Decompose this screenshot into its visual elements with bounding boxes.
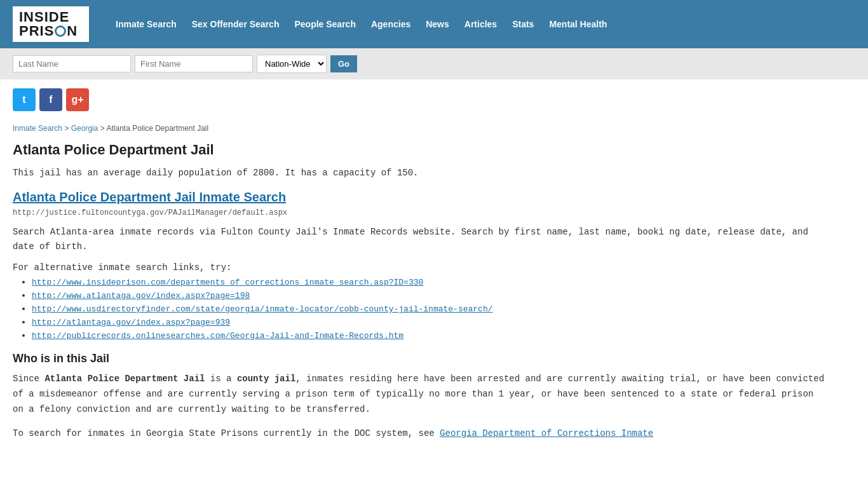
first-name-input[interactable] <box>135 55 253 72</box>
alt-link-1[interactable]: http://www.insideprison.com/departments_… <box>32 278 423 287</box>
location-select[interactable]: Nation-Wide <box>257 55 327 73</box>
list-item: http://www.atlantaga.gov/index.aspx?page… <box>32 290 826 301</box>
alt-link-3[interactable]: http://www.usdirectoryfinder.com/state/g… <box>32 304 493 314</box>
main-nav: Inmate Search Sex Offender Search People… <box>108 15 614 33</box>
logo-o-icon <box>55 25 66 37</box>
nav-sex-offender-search[interactable]: Sex Offender Search <box>184 15 287 33</box>
who-jail-type: county jail <box>237 374 295 384</box>
nav-people-search[interactable]: People Search <box>287 15 363 33</box>
main-content: Inmate Search > Georgia > Atlanta Police… <box>0 118 839 459</box>
who-desc-mid: is a <box>205 374 236 384</box>
alt-links-list: http://www.insideprison.com/departments_… <box>13 276 826 341</box>
logo-line2: PRISN <box>19 24 83 38</box>
last-name-input[interactable] <box>13 55 131 72</box>
breadcrumb: Inmate Search > Georgia > Atlanta Police… <box>13 124 826 133</box>
nav-news[interactable]: News <box>418 15 457 33</box>
alt-link-4[interactable]: http://atlantaga.gov/index.aspx?page=939 <box>32 318 230 327</box>
logo-line1: INSIDE <box>19 10 83 24</box>
breadcrumb-sep1: > <box>62 124 71 133</box>
who-jail-name: Atlanta Police Department Jail <box>44 374 205 384</box>
jail-description: This jail has an average daily populatio… <box>13 166 826 180</box>
logo[interactable]: INSIDE PRISN <box>13 6 89 42</box>
list-item: http://www.insideprison.com/departments_… <box>32 276 826 287</box>
alt-link-5[interactable]: http://publicrecords.onlinesearches.com/… <box>32 331 403 341</box>
breadcrumb-inmate-search[interactable]: Inmate Search <box>13 124 62 133</box>
alt-link-2[interactable]: http://www.atlantaga.gov/index.aspx?page… <box>32 291 250 301</box>
list-item: http://www.usdirectoryfinder.com/state/g… <box>32 303 826 314</box>
list-item: http://atlantaga.gov/index.aspx?page=939 <box>32 316 826 327</box>
who-desc-prefix: Since <box>13 374 44 384</box>
nav-inmate-search[interactable]: Inmate Search <box>108 15 184 33</box>
nav-articles[interactable]: Articles <box>457 15 505 33</box>
inmate-search-url: http://justice.fultoncountyga.gov/PAJail… <box>13 208 826 217</box>
social-icons: t f g+ <box>0 79 868 118</box>
inmate-search-link[interactable]: Atlanta Police Department Jail Inmate Se… <box>13 190 286 204</box>
alt-links-intro: For alternative inmate search links, try… <box>13 262 826 273</box>
inmate-search-heading: Atlanta Police Department Jail Inmate Se… <box>13 190 826 205</box>
search-bar: Nation-Wide Go <box>0 48 868 79</box>
page-title: Atlanta Police Department Jail <box>13 142 826 158</box>
list-item: http://publicrecords.onlinesearches.com/… <box>32 330 826 341</box>
nav-mental-health[interactable]: Mental Health <box>541 15 614 33</box>
doc-search-link[interactable]: Georgia Department of Corrections Inmate <box>440 428 653 438</box>
who-section-title: Who is in this Jail <box>13 352 826 365</box>
google-plus-icon[interactable]: g+ <box>66 88 89 111</box>
breadcrumb-georgia[interactable]: Georgia <box>71 124 98 133</box>
breadcrumb-current: Atlanta Police Department Jail <box>106 124 208 133</box>
nav-stats[interactable]: Stats <box>505 15 541 33</box>
header: INSIDE PRISN Inmate Search Sex Offender … <box>0 0 868 48</box>
breadcrumb-sep2: > <box>98 124 106 133</box>
doc-search-text: To search for inmates in Georgia State P… <box>13 428 440 438</box>
twitter-icon[interactable]: t <box>13 88 36 111</box>
who-description: Since Atlanta Police Department Jail is … <box>13 372 826 417</box>
facebook-icon[interactable]: f <box>39 88 62 111</box>
doc-search-paragraph: To search for inmates in Georgia State P… <box>13 426 826 440</box>
search-description: Search Atlanta-area inmate records via F… <box>13 225 826 254</box>
go-button[interactable]: Go <box>330 55 357 72</box>
nav-agencies[interactable]: Agencies <box>363 15 418 33</box>
